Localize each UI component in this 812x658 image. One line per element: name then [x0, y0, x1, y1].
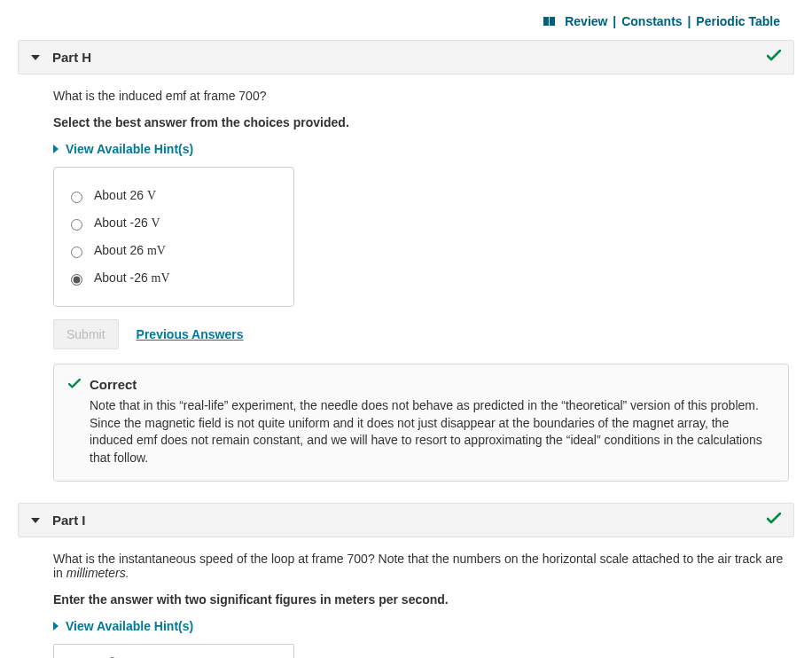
answer-value-box[interactable]: 6.0×10−2 m/s	[53, 644, 294, 658]
top-links-bar: Review | Constants | Periodic Table	[18, 9, 794, 35]
choice-d-radio[interactable]	[71, 274, 82, 286]
choice-c-radio[interactable]	[71, 247, 82, 258]
hints-label: View Available Hint(s)	[66, 142, 193, 156]
check-icon	[767, 50, 781, 65]
choice-a-radio[interactable]	[71, 192, 82, 203]
feedback-title: Correct	[90, 377, 137, 392]
periodic-table-link[interactable]: Periodic Table	[696, 14, 780, 28]
part-i-body: What is the instantaneous speed of the l…	[18, 537, 794, 658]
hints-label: View Available Hint(s)	[66, 619, 193, 633]
part-i-header[interactable]: Part I	[18, 503, 794, 537]
choice-box: About 26 V About -26 V About 26 mV About…	[53, 167, 294, 307]
separator: |	[686, 14, 693, 28]
part-h-question: What is the induced emf at frame 700?	[53, 89, 794, 103]
svg-rect-0	[543, 17, 549, 26]
choice-label: About -26 V	[94, 215, 160, 231]
choice-b-radio[interactable]	[71, 219, 82, 231]
constants-link[interactable]: Constants	[621, 14, 682, 28]
caret-right-icon	[53, 145, 59, 153]
separator: |	[611, 14, 618, 28]
part-h-title: Part H	[52, 50, 91, 65]
check-icon	[767, 513, 781, 528]
choice-d[interactable]: About -26 mV	[66, 264, 281, 292]
part-h-body: What is the induced emf at frame 700? Se…	[18, 74, 794, 497]
choice-a[interactable]: About 26 V	[66, 182, 281, 209]
check-icon	[68, 378, 81, 392]
button-row: Submit Previous Answers	[53, 319, 794, 349]
part-i-title: Part I	[52, 513, 86, 528]
submit-button: Submit	[53, 319, 119, 349]
part-h-instruction: Select the best answer from the choices …	[53, 115, 794, 129]
view-hints-toggle[interactable]: View Available Hint(s)	[53, 142, 794, 156]
collapse-caret-icon	[31, 55, 40, 60]
caret-right-icon	[53, 622, 59, 631]
part-h-header[interactable]: Part H	[18, 40, 794, 74]
choice-label: About 26 mV	[94, 243, 166, 258]
choice-label: About -26 mV	[94, 270, 170, 286]
collapse-caret-icon	[31, 518, 40, 523]
choice-b[interactable]: About -26 V	[66, 209, 281, 237]
feedback-text: Note that in this “real-life” experiment…	[68, 397, 774, 466]
choice-c[interactable]: About 26 mV	[66, 237, 281, 264]
review-link[interactable]: Review	[565, 14, 607, 28]
part-i-instruction: Enter the answer with two significant fi…	[53, 592, 794, 607]
choice-label: About 26 V	[94, 188, 156, 203]
svg-rect-1	[550, 17, 555, 26]
part-i-question: What is the instantaneous speed of the l…	[53, 552, 794, 580]
view-hints-toggle[interactable]: View Available Hint(s)	[53, 619, 794, 633]
feedback-box: Correct Note that in this “real-life” ex…	[53, 364, 789, 482]
book-icon	[543, 15, 556, 29]
previous-answers-link[interactable]: Previous Answers	[137, 327, 244, 341]
